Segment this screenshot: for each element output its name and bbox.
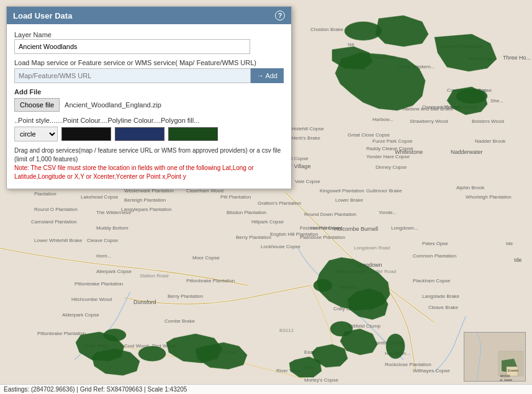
point-colour-swatch[interactable] (61, 127, 111, 141)
svg-text:English Hill Plantation: English Hill Plantation (270, 231, 318, 237)
svg-text:Berry Plantation: Berry Plantation (168, 293, 203, 299)
svg-text:Pittonbrake Plantation: Pittonbrake Plantation (37, 331, 86, 336)
svg-text:Exeter: Exeter (508, 369, 518, 372)
svg-text:Choldon Brake: Choldon Brake (310, 27, 343, 32)
style-row: circle square triangle (14, 127, 284, 141)
svg-text:Furze Park Copse: Furze Park Copse (372, 138, 413, 144)
svg-text:Hitchcombe Wood: Hitchcombe Wood (71, 297, 112, 302)
svg-text:Common Plantation: Common Plantation (413, 253, 456, 259)
svg-text:Lower Whitehill Brake: Lower Whitehill Brake (34, 238, 83, 243)
svg-text:Moor Copse: Moor Copse (192, 255, 220, 261)
svg-text:Station Road: Station Road (140, 273, 168, 279)
svg-text:Morley's Copse: Morley's Copse (304, 377, 338, 383)
svg-text:Alphin Brook: Alphin Brook (456, 185, 485, 190)
svg-text:Pittonbrake Plantation: Pittonbrake Plantation (74, 281, 123, 287)
polygon-fill-swatch[interactable] (168, 127, 218, 141)
point-style-select[interactable]: circle square triangle (14, 127, 58, 141)
svg-text:Bilsdon Plantation: Bilsdon Plantation (227, 210, 266, 215)
svg-text:Berry Plantation: Berry Plantation (236, 235, 271, 240)
svg-text:Bolsters Wood: Bolsters Wood (472, 119, 504, 124)
svg-text:Cleave Copse: Cleave Copse (87, 238, 119, 243)
svg-text:Three Ho...: Three Ho... (503, 55, 531, 61)
svg-text:Pitt Plantation: Pitt Plantation (220, 194, 251, 200)
svg-text:Yonder Hare Copse: Yonder Hare Copse (366, 154, 410, 159)
svg-text:Cleave Brake: Cleave Brake (428, 305, 459, 310)
panel: Load User Data ? Layer Name Load Map ser… (6, 6, 292, 189)
svg-text:Hillpark Copse: Hillpark Copse (251, 219, 284, 225)
status-bar: Eastings: (284702.96636) | Grid Ref: SX8… (0, 384, 532, 394)
file-row: Choose file Ancient_Woodland_England.zip (14, 98, 284, 112)
svg-text:B3212: B3212 (279, 328, 294, 333)
url-section-label: Load Map service or Feature service or W… (14, 59, 284, 66)
svg-text:Langslade Brake: Langslade Brake (422, 293, 460, 299)
svg-text:Vale Copse: Vale Copse (295, 179, 320, 184)
url-input[interactable] (14, 68, 251, 83)
svg-text:Berleigh Plantation: Berleigh Plantation (124, 197, 166, 203)
svg-text:Combe Brake: Combe Brake (165, 318, 195, 324)
svg-text:Holehill Copse: Holehill Copse (310, 225, 343, 231)
svg-text:Round O Plantation: Round O Plantation (34, 207, 78, 212)
style-header: ..Point style.......Point Colour....Poly… (14, 117, 284, 124)
svg-text:Pates Opse: Pates Opse (422, 241, 448, 246)
svg-text:Holehill Copse: Holehill Copse (292, 126, 324, 132)
status-text: Eastings: (284702.96636) | Grid Ref: SX8… (4, 386, 187, 393)
svg-text:Raddy Cleave Copse: Raddy Cleave Copse (366, 146, 413, 151)
polyline-colour-swatch[interactable] (115, 127, 165, 141)
file-name: Ancient_Woodland_England.zip (65, 101, 161, 109)
svg-text:Horri...: Horri... (96, 253, 111, 259)
svg-text:Plantation: Plantation (34, 191, 56, 197)
mini-map[interactable]: Exeter MOOR AL PARK (464, 332, 526, 382)
svg-text:Nadderwater: Nadderwater (451, 149, 483, 155)
svg-text:Gullimoor Brake: Gullimoor Brake (366, 188, 402, 194)
add-file-row: Add File Choose file Ancient_Woodland_En… (14, 88, 284, 112)
svg-text:Yonde...: Yonde... (379, 210, 397, 215)
svg-text:Longdown...: Longdown... (391, 225, 418, 231)
svg-point-126 (330, 321, 353, 336)
svg-text:Willhayes Copse: Willhayes Copse (413, 368, 450, 374)
url-section: Load Map service or Feature service or W… (14, 59, 284, 83)
help-icon[interactable]: ? (275, 11, 285, 20)
layer-name-label: Layer Name (14, 31, 52, 38)
layer-name-input[interactable] (14, 39, 250, 54)
svg-text:Herb's Brake: Herb's Brake (292, 135, 321, 141)
svg-text:Kingswell Plantation: Kingswell Plantation (320, 188, 364, 194)
svg-text:Strawberry Wood: Strawberry Wood (410, 119, 448, 124)
svg-text:AL PARK: AL PARK (500, 378, 513, 382)
svg-text:Dunsford: Dunsford (133, 299, 156, 305)
svg-text:Ide: Ide (506, 241, 513, 246)
svg-text:Lockhouse Copse: Lockhouse Copse (261, 244, 301, 249)
url-row: → Add (14, 68, 284, 83)
svg-text:Allerpark Copse: Allerpark Copse (96, 269, 132, 274)
svg-text:Round Down Plantation: Round Down Plantation (304, 212, 356, 217)
svg-text:Ise: Ise (348, 42, 354, 47)
svg-text:Longdown Road: Longdown Road (354, 245, 390, 251)
svg-text:MOOR: MOOR (500, 374, 510, 378)
svg-text:Langylepars Plantation: Langylepars Plantation (121, 207, 171, 212)
svg-text:Dinney Copse: Dinney Copse (376, 164, 407, 170)
style-section: ..Point style.......Point Colour....Poly… (14, 117, 284, 141)
drag-drop-text: Drag and drop services(map / feature ser… (14, 146, 284, 164)
svg-text:Camsland Plantation: Camsland Plantation (31, 219, 77, 225)
panel-header: Load User Data ? (7, 7, 291, 24)
svg-text:Great Close Copse: Great Close Copse (348, 132, 390, 138)
add-button[interactable]: → Add (251, 68, 284, 83)
svg-text:Ide: Ide (514, 257, 522, 263)
svg-text:Whorleigh Plantation: Whorleigh Plantation (466, 194, 512, 200)
svg-text:Harbow...: Harbow... (372, 117, 394, 122)
svg-text:Gratton's Plantation: Gratton's Plantation (258, 200, 301, 206)
svg-text:Harbow and Bail Brake: Harbow and Bail Brake (402, 106, 453, 112)
svg-text:Lower Brake: Lower Brake (335, 197, 363, 203)
panel-title: Load User Data (13, 11, 72, 20)
svg-point-123 (138, 346, 166, 361)
note-text: Note: The CSV file must store the locati… (14, 164, 284, 181)
choose-file-button[interactable]: Choose file (14, 98, 60, 112)
svg-text:Plackham Copse: Plackham Copse (413, 278, 451, 284)
svg-text:Pittonbrake Plantation: Pittonbrake Plantation (186, 278, 235, 284)
svg-text:Lakehead Copse: Lakehead Copse (81, 194, 119, 200)
svg-text:She...: She... (490, 98, 503, 104)
layer-name-row: Layer Name (14, 30, 284, 54)
svg-point-127 (386, 334, 405, 359)
panel-body: Layer Name Load Map service or Feature s… (7, 24, 291, 189)
add-file-label: Add File (14, 88, 284, 96)
svg-text:Nadder Brook: Nadder Brook (475, 138, 506, 144)
